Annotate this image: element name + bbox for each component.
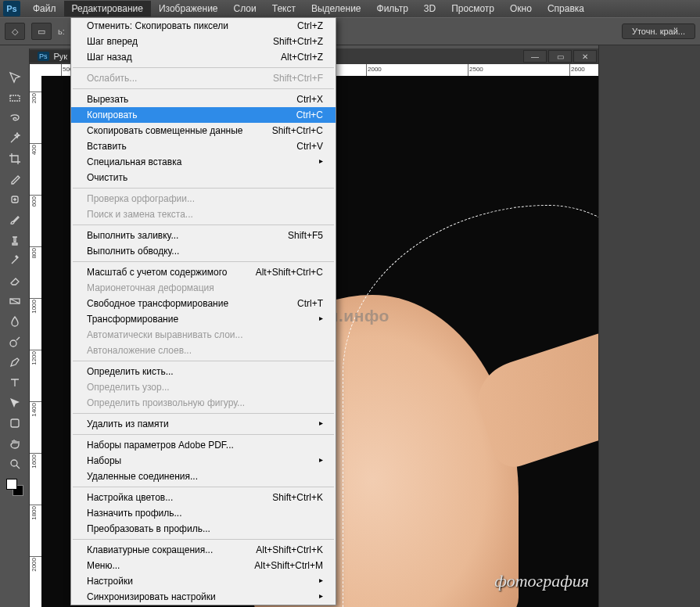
menu-item[interactable]: Шаг назадAlt+Ctrl+Z — [71, 49, 336, 65]
menu-фильтр[interactable]: Фильтр — [369, 1, 416, 16]
menu-item[interactable]: Скопировать совмещенные данныеShift+Ctrl… — [71, 123, 336, 138]
tool-preset-button[interactable]: ◇ — [5, 23, 25, 40]
menu-item-label: Определить узор... — [87, 382, 170, 393]
menu-item[interactable]: Клавиатурные сокращения...Alt+Shift+Ctrl… — [71, 542, 336, 558]
menu-separator — [73, 434, 334, 435]
menu-separator — [73, 361, 334, 361]
menu-item[interactable]: Специальная вставка — [71, 154, 336, 170]
tool-move[interactable] — [5, 68, 24, 87]
menu-item-shortcut: Shift+Ctrl+F — [257, 73, 323, 84]
selection-new-button[interactable]: ▭ — [31, 23, 52, 40]
tool-zoom[interactable] — [5, 454, 24, 473]
menu-item-shortcut: Alt+Shift+Ctrl+C — [240, 267, 323, 278]
menu-item[interactable]: Наборы параметров Adobe PDF... — [71, 437, 336, 453]
menu-справка[interactable]: Справка — [540, 1, 592, 16]
tool-dodge[interactable] — [5, 332, 24, 351]
menu-item: Определить узор... — [71, 379, 336, 395]
menu-item[interactable]: Очистить — [71, 170, 336, 185]
menu-item[interactable]: Меню...Alt+Shift+Ctrl+M — [71, 558, 336, 573]
minimize-button[interactable]: — — [523, 50, 547, 63]
menu-окно[interactable]: Окно — [502, 1, 540, 16]
mode-label: ь: — [58, 27, 65, 36]
menu-item-label: Отменить: Скопировать пиксели — [87, 20, 228, 31]
menu-item-shortcut: Alt+Shift+Ctrl+M — [239, 560, 323, 571]
menu-item-label: Скопировать совмещенные данные — [87, 125, 243, 136]
menu-item-shortcut: Shift+F5 — [272, 230, 323, 241]
menu-item: Ослабить...Shift+Ctrl+F — [71, 70, 336, 86]
tool-history[interactable] — [5, 251, 24, 270]
menu-item[interactable]: Назначить профиль... — [71, 505, 336, 521]
menu-item[interactable]: Преобразовать в профиль... — [71, 521, 336, 537]
svg-rect-0 — [10, 95, 20, 101]
menu-item[interactable]: Определить кисть... — [71, 364, 336, 379]
menu-item[interactable]: Отменить: Скопировать пикселиCtrl+Z — [71, 18, 336, 34]
menu-item[interactable]: Выполнить заливку...Shift+F5 — [71, 228, 336, 243]
menu-item-label: Автоматически выравнивать слои... — [87, 329, 243, 340]
maximize-button[interactable]: ▭ — [548, 50, 572, 63]
menu-item-shortcut: Shift+Ctrl+C — [257, 125, 323, 136]
color-swatch[interactable] — [6, 479, 23, 496]
menu-item-label: Ослабить... — [87, 73, 137, 84]
menu-item-label: Настройка цветов... — [87, 492, 173, 503]
menu-item: Проверка орфографии... — [71, 191, 336, 207]
menu-item-label: Преобразовать в профиль... — [87, 523, 210, 534]
tool-path[interactable] — [5, 393, 24, 412]
menu-редактирование[interactable]: Редактирование — [64, 1, 151, 16]
menu-item[interactable]: КопироватьCtrl+C — [71, 107, 336, 123]
menu-item-shortcut: Ctrl+Z — [282, 20, 323, 31]
menu-item[interactable]: ВырезатьCtrl+X — [71, 92, 336, 107]
menu-item[interactable]: Масштаб с учетом содержимогоAlt+Shift+Ct… — [71, 264, 336, 280]
menu-item[interactable]: Настройка цветов...Shift+Ctrl+K — [71, 490, 336, 505]
tool-crop[interactable] — [5, 149, 24, 168]
menu-файл[interactable]: Файл — [25, 1, 64, 16]
menu-item[interactable]: Шаг впередShift+Ctrl+Z — [71, 34, 336, 49]
menu-item-label: Выполнить обводку... — [87, 246, 179, 257]
menu-item-label: Специальная вставка — [87, 156, 181, 167]
menu-item[interactable]: Трансформирование — [71, 311, 336, 327]
tool-eyedrop[interactable] — [5, 170, 24, 189]
menu-item[interactable]: Синхронизировать настройки — [71, 589, 336, 605]
menu-item[interactable]: Удаленные соединения... — [71, 469, 336, 484]
menu-item[interactable]: ВставитьCtrl+V — [71, 138, 336, 154]
menu-item-label: Определить произвольную фигуру... — [87, 397, 245, 408]
menu-item-label: Масштаб с учетом содержимого — [87, 267, 228, 278]
menu-3d[interactable]: 3D — [416, 1, 443, 16]
tool-type[interactable] — [5, 373, 24, 392]
document-tab[interactable]: Ps Рук — [30, 50, 75, 63]
tool-marquee[interactable] — [5, 88, 24, 107]
tool-heal[interactable] — [5, 190, 24, 209]
menu-item[interactable]: Удалить из памяти — [71, 416, 336, 432]
tool-lasso[interactable] — [5, 109, 24, 128]
menu-item: Автоматически выравнивать слои... — [71, 327, 336, 343]
menu-item[interactable]: Наборы — [71, 453, 336, 469]
panels-dock[interactable] — [598, 45, 700, 607]
tool-pen[interactable] — [5, 353, 24, 372]
tool-eraser[interactable] — [5, 271, 24, 290]
menu-текст[interactable]: Текст — [264, 1, 303, 16]
tool-hand[interactable] — [5, 434, 24, 453]
tool-gradient[interactable] — [5, 292, 24, 311]
menu-изображение[interactable]: Изображение — [151, 1, 226, 16]
menu-item[interactable]: Свободное трансформированиеCtrl+T — [71, 296, 336, 311]
menu-item-label: Марионеточная деформация — [87, 282, 214, 293]
ruler-vertical[interactable]: 200400600800100012001400160018002000 — [30, 76, 41, 607]
menu-выделение[interactable]: Выделение — [303, 1, 369, 16]
tool-shape[interactable] — [5, 414, 24, 433]
close-button[interactable]: ✕ — [573, 50, 597, 63]
menu-слои[interactable]: Слои — [226, 1, 264, 16]
menu-item[interactable]: Выполнить обводку... — [71, 243, 336, 259]
menu-item-shortcut: Ctrl+T — [282, 298, 323, 309]
menu-item-label: Выполнить заливку... — [87, 230, 178, 241]
tool-blur[interactable] — [5, 312, 24, 331]
menu-item-label: Наборы параметров Adobe PDF... — [87, 440, 234, 451]
menu-item-shortcut: Ctrl+V — [281, 141, 323, 152]
refine-edge-button[interactable]: Уточн. край... — [622, 23, 695, 39]
tool-brush[interactable] — [5, 210, 24, 229]
tool-stamp[interactable] — [5, 231, 24, 250]
menu-просмотр[interactable]: Просмотр — [443, 1, 502, 16]
menu-item[interactable]: Настройки — [71, 573, 336, 589]
menu-item: Определить произвольную фигуру... — [71, 395, 336, 411]
menubar: Ps ФайлРедактированиеИзображениеСлоиТекс… — [0, 0, 700, 17]
menu-item-shortcut: Ctrl+C — [281, 110, 323, 120]
tool-wand[interactable] — [5, 129, 24, 148]
